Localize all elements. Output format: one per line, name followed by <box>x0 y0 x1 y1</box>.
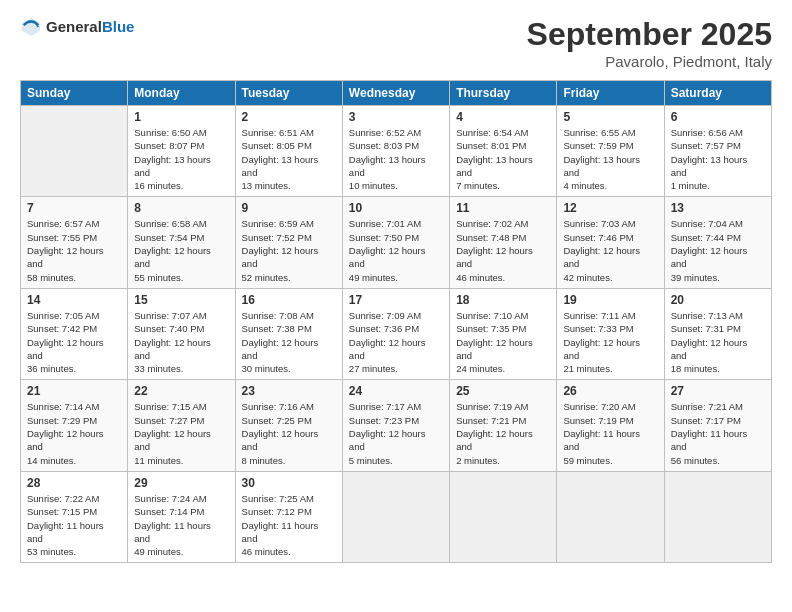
daylight-text: Daylight: 11 hours and <box>242 519 336 546</box>
table-row <box>342 471 449 562</box>
day-number: 1 <box>134 110 228 124</box>
sunset-text: Sunset: 7:40 PM <box>134 322 228 335</box>
daylight-text-cont: 10 minutes. <box>349 179 443 192</box>
sunrise-text: Sunrise: 7:02 AM <box>456 217 550 230</box>
table-row <box>21 106 128 197</box>
daylight-text-cont: 7 minutes. <box>456 179 550 192</box>
sunset-text: Sunset: 7:14 PM <box>134 505 228 518</box>
sunset-text: Sunset: 7:36 PM <box>349 322 443 335</box>
daylight-text: Daylight: 12 hours and <box>242 336 336 363</box>
daylight-text-cont: 30 minutes. <box>242 362 336 375</box>
day-number: 4 <box>456 110 550 124</box>
daylight-text: Daylight: 13 hours and <box>242 153 336 180</box>
logo-blue: Blue <box>102 18 135 35</box>
day-number: 16 <box>242 293 336 307</box>
sunset-text: Sunset: 7:46 PM <box>563 231 657 244</box>
subtitle: Pavarolo, Piedmont, Italy <box>527 53 772 70</box>
daylight-text: Daylight: 12 hours and <box>242 244 336 271</box>
logo-icon <box>20 16 42 38</box>
daylight-text-cont: 1 minute. <box>671 179 765 192</box>
daylight-text: Daylight: 12 hours and <box>27 427 121 454</box>
col-saturday: Saturday <box>664 81 771 106</box>
title-area: September 2025 Pavarolo, Piedmont, Italy <box>527 16 772 70</box>
day-number: 2 <box>242 110 336 124</box>
daylight-text-cont: 42 minutes. <box>563 271 657 284</box>
sunrise-text: Sunrise: 6:57 AM <box>27 217 121 230</box>
page: GeneralBlue September 2025 Pavarolo, Pie… <box>0 0 792 612</box>
daylight-text-cont: 11 minutes. <box>134 454 228 467</box>
sunset-text: Sunset: 7:23 PM <box>349 414 443 427</box>
sunrise-text: Sunrise: 7:03 AM <box>563 217 657 230</box>
sunrise-text: Sunrise: 6:51 AM <box>242 126 336 139</box>
daylight-text: Daylight: 12 hours and <box>349 427 443 454</box>
sunset-text: Sunset: 7:15 PM <box>27 505 121 518</box>
day-number: 17 <box>349 293 443 307</box>
sunset-text: Sunset: 7:17 PM <box>671 414 765 427</box>
table-row: 24Sunrise: 7:17 AMSunset: 7:23 PMDayligh… <box>342 380 449 471</box>
calendar-week-5: 28Sunrise: 7:22 AMSunset: 7:15 PMDayligh… <box>21 471 772 562</box>
table-row: 14Sunrise: 7:05 AMSunset: 7:42 PMDayligh… <box>21 288 128 379</box>
table-row: 3Sunrise: 6:52 AMSunset: 8:03 PMDaylight… <box>342 106 449 197</box>
day-number: 22 <box>134 384 228 398</box>
table-row: 4Sunrise: 6:54 AMSunset: 8:01 PMDaylight… <box>450 106 557 197</box>
daylight-text-cont: 21 minutes. <box>563 362 657 375</box>
sunset-text: Sunset: 7:57 PM <box>671 139 765 152</box>
header-row: Sunday Monday Tuesday Wednesday Thursday… <box>21 81 772 106</box>
table-row: 30Sunrise: 7:25 AMSunset: 7:12 PMDayligh… <box>235 471 342 562</box>
day-number: 6 <box>671 110 765 124</box>
daylight-text-cont: 5 minutes. <box>349 454 443 467</box>
day-number: 25 <box>456 384 550 398</box>
daylight-text: Daylight: 12 hours and <box>349 336 443 363</box>
header: GeneralBlue September 2025 Pavarolo, Pie… <box>20 16 772 70</box>
sunset-text: Sunset: 7:33 PM <box>563 322 657 335</box>
daylight-text-cont: 55 minutes. <box>134 271 228 284</box>
daylight-text: Daylight: 11 hours and <box>563 427 657 454</box>
sunrise-text: Sunrise: 7:04 AM <box>671 217 765 230</box>
sunset-text: Sunset: 8:05 PM <box>242 139 336 152</box>
sunrise-text: Sunrise: 6:58 AM <box>134 217 228 230</box>
sunset-text: Sunset: 7:55 PM <box>27 231 121 244</box>
sunset-text: Sunset: 8:07 PM <box>134 139 228 152</box>
day-number: 28 <box>27 476 121 490</box>
sunrise-text: Sunrise: 7:17 AM <box>349 400 443 413</box>
daylight-text: Daylight: 11 hours and <box>27 519 121 546</box>
day-number: 18 <box>456 293 550 307</box>
table-row <box>664 471 771 562</box>
sunset-text: Sunset: 7:25 PM <box>242 414 336 427</box>
sunset-text: Sunset: 7:35 PM <box>456 322 550 335</box>
sunrise-text: Sunrise: 6:56 AM <box>671 126 765 139</box>
sunset-text: Sunset: 8:03 PM <box>349 139 443 152</box>
day-number: 20 <box>671 293 765 307</box>
daylight-text-cont: 27 minutes. <box>349 362 443 375</box>
calendar-week-1: 1Sunrise: 6:50 AMSunset: 8:07 PMDaylight… <box>21 106 772 197</box>
logo-general: General <box>46 18 102 35</box>
table-row: 8Sunrise: 6:58 AMSunset: 7:54 PMDaylight… <box>128 197 235 288</box>
daylight-text: Daylight: 12 hours and <box>349 244 443 271</box>
day-number: 26 <box>563 384 657 398</box>
col-friday: Friday <box>557 81 664 106</box>
daylight-text: Daylight: 12 hours and <box>134 427 228 454</box>
daylight-text: Daylight: 12 hours and <box>671 336 765 363</box>
daylight-text-cont: 56 minutes. <box>671 454 765 467</box>
month-title: September 2025 <box>527 16 772 53</box>
day-number: 19 <box>563 293 657 307</box>
table-row: 13Sunrise: 7:04 AMSunset: 7:44 PMDayligh… <box>664 197 771 288</box>
sunrise-text: Sunrise: 7:08 AM <box>242 309 336 322</box>
table-row: 1Sunrise: 6:50 AMSunset: 8:07 PMDaylight… <box>128 106 235 197</box>
daylight-text-cont: 53 minutes. <box>27 545 121 558</box>
table-row: 12Sunrise: 7:03 AMSunset: 7:46 PMDayligh… <box>557 197 664 288</box>
daylight-text: Daylight: 12 hours and <box>134 336 228 363</box>
daylight-text-cont: 59 minutes. <box>563 454 657 467</box>
table-row: 5Sunrise: 6:55 AMSunset: 7:59 PMDaylight… <box>557 106 664 197</box>
daylight-text: Daylight: 12 hours and <box>242 427 336 454</box>
sunrise-text: Sunrise: 7:01 AM <box>349 217 443 230</box>
daylight-text-cont: 58 minutes. <box>27 271 121 284</box>
day-number: 13 <box>671 201 765 215</box>
day-number: 12 <box>563 201 657 215</box>
table-row: 29Sunrise: 7:24 AMSunset: 7:14 PMDayligh… <box>128 471 235 562</box>
daylight-text: Daylight: 12 hours and <box>671 244 765 271</box>
daylight-text-cont: 33 minutes. <box>134 362 228 375</box>
sunset-text: Sunset: 7:29 PM <box>27 414 121 427</box>
day-number: 15 <box>134 293 228 307</box>
daylight-text: Daylight: 13 hours and <box>456 153 550 180</box>
